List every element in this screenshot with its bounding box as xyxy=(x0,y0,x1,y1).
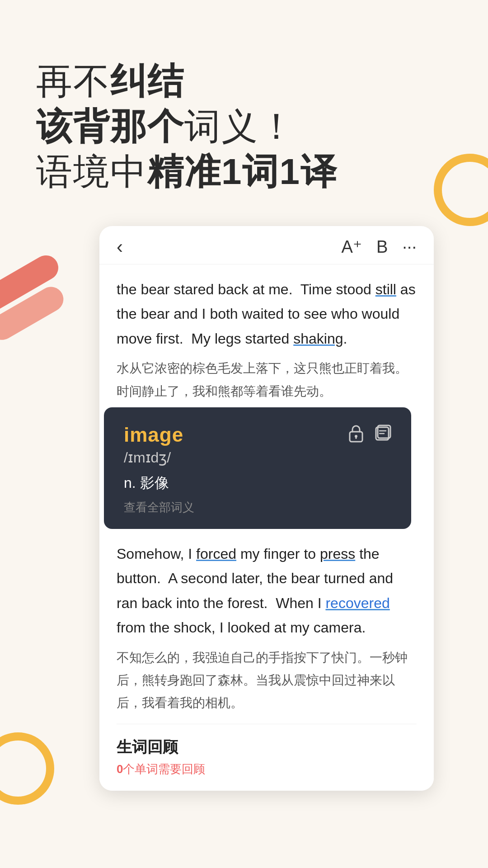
headline-line3-normal: 语境中 xyxy=(36,151,147,192)
vocab-section: 生词回顾 0个单词需要回顾 xyxy=(117,724,417,782)
popup-phonetic: /ɪmɪdʒ/ xyxy=(124,449,391,466)
deco-stripes xyxy=(0,240,90,393)
reading-english-bottom: Somehow, I forced my finger to press the… xyxy=(117,542,417,640)
reading-content-bottom: Somehow, I forced my finger to press the… xyxy=(99,529,434,791)
headline-line1: 再不纠结 xyxy=(36,59,452,104)
popup-pos: n. xyxy=(124,475,136,491)
headline-line3: 语境中精准1词1译 xyxy=(36,149,452,194)
popup-more-link[interactable]: 查看全部词义 xyxy=(124,500,391,515)
word-press[interactable]: press xyxy=(320,546,355,562)
vocab-subtitle: 0个单词需要回顾 xyxy=(117,761,417,777)
deco-circle-orange-bottom xyxy=(0,732,54,805)
popup-def-text: 影像 xyxy=(140,475,169,491)
more-button[interactable]: ··· xyxy=(402,237,417,257)
bold-button[interactable]: B xyxy=(376,237,388,257)
word-shaking[interactable]: shaking xyxy=(293,330,343,347)
header-icons: A⁺ B ··· xyxy=(342,237,417,257)
headline-line2: 该背那个词义！ xyxy=(36,104,452,149)
phone-header: ‹ A⁺ B ··· xyxy=(99,226,434,264)
popup-card: image /ɪmɪdʒ/ n. 影像 查看全部词义 xyxy=(104,407,411,529)
reading-chinese-top: 水从它浓密的棕色毛发上落下，这只熊也正盯着我。时间静止了，我和熊都等着看谁先动。 xyxy=(117,357,417,403)
headline-line2-bold: 该背那个 xyxy=(36,106,184,146)
headline-section: 再不纠结 该背那个词义！ 语境中精准1词1译 xyxy=(0,0,488,217)
reading-content-top: the bear stared back at me. Time stood s… xyxy=(99,264,434,412)
headline-line3-bold: 精准1词1译 xyxy=(147,151,338,192)
phone-mockup: ‹ A⁺ B ··· the bear stared back at me. T… xyxy=(99,226,434,791)
reading-english-top: the bear stared back at me. Time stood s… xyxy=(117,277,417,351)
reading-chinese-bottom: 不知怎么的，我强迫自己的手指按下了快门。一秒钟后，熊转身跑回了森林。当我从震惊中… xyxy=(117,646,417,715)
popup-definition: n. 影像 xyxy=(124,473,391,493)
svg-rect-4 xyxy=(356,436,357,439)
word-still[interactable]: still xyxy=(375,281,396,297)
headline-line1-bold: 纠结 xyxy=(110,61,184,101)
popup-action-icons xyxy=(348,424,391,448)
word-recovered[interactable]: recovered xyxy=(325,595,389,611)
font-size-button[interactable]: A⁺ xyxy=(342,237,362,257)
vocab-subtitle-text: 个单词需要回顾 xyxy=(123,762,205,776)
word-forced[interactable]: forced xyxy=(196,546,236,562)
vocab-count: 0 xyxy=(117,762,123,776)
lock-icon[interactable] xyxy=(348,424,364,448)
vocab-title: 生词回顾 xyxy=(117,737,417,758)
headline-line1-normal: 再不 xyxy=(36,61,110,101)
back-button[interactable]: ‹ xyxy=(117,236,123,258)
headline-line2-normal: 词义！ xyxy=(184,106,296,146)
flashcard-icon[interactable] xyxy=(375,424,391,448)
